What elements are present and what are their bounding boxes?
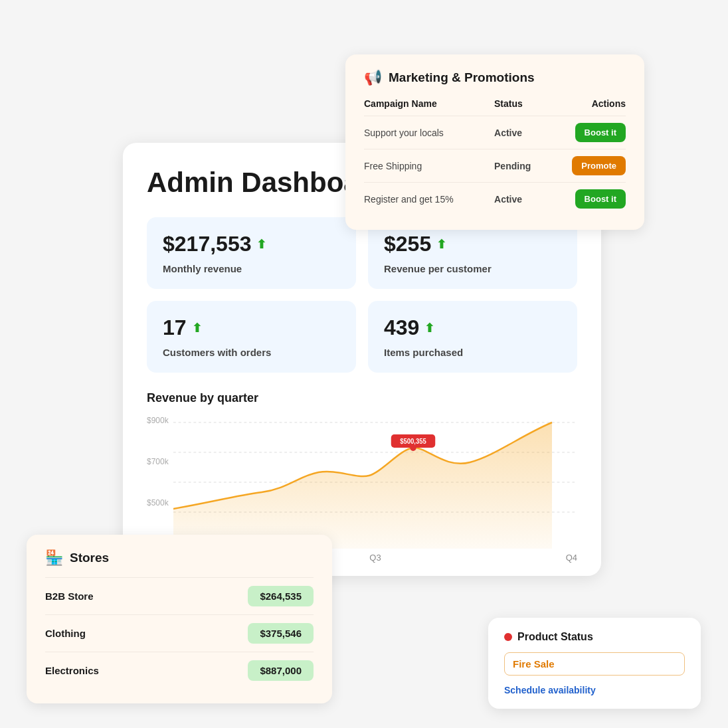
chart-area: $500,355 xyxy=(173,416,577,549)
campaign-row-3: Register and get 15% Active Boost it xyxy=(364,183,626,216)
campaign-row-1: Support your locals Active Boost it xyxy=(364,116,626,149)
product-status-title: Product Status xyxy=(517,631,593,643)
revenue-chart-svg: $500,355 xyxy=(173,416,577,549)
col-actions: Actions xyxy=(547,98,626,116)
metric-value-rpc: $255 ⬆ xyxy=(384,232,561,256)
marketing-promotions-card: 📢 Marketing & Promotions Campaign Name S… xyxy=(345,54,644,230)
marketing-title: Marketing & Promotions xyxy=(389,70,535,85)
product-status-card: Product Status Fire Sale Active Draft Ar… xyxy=(488,618,701,709)
campaign-name-3: Register and get 15% xyxy=(364,183,494,216)
store-name-1: B2B Store xyxy=(45,591,94,602)
store-row-2: Clothing $375,546 xyxy=(45,614,314,652)
metric-value-customers: 17 ⬆ xyxy=(163,316,340,340)
promote-button-1[interactable]: Promote xyxy=(572,156,626,175)
megaphone-icon: 📢 xyxy=(364,69,382,86)
store-name-2: Clothing xyxy=(45,628,86,639)
store-name-3: Electronics xyxy=(45,665,99,676)
stores-header: 🏪 Stores xyxy=(45,549,314,567)
trend-up-icon-3: ⬆ xyxy=(192,321,202,335)
trend-up-icon-2: ⬆ xyxy=(436,237,446,252)
campaign-status-3: Active xyxy=(494,183,547,216)
trend-up-icon-4: ⬆ xyxy=(424,321,434,335)
campaign-name-1: Support your locals xyxy=(364,116,494,149)
product-status-select[interactable]: Fire Sale Active Draft Archived xyxy=(504,652,685,676)
campaign-row-2: Free Shipping Pending Promote xyxy=(364,149,626,183)
product-status-header: Product Status xyxy=(504,631,685,643)
metric-value-revenue: $217,553 ⬆ xyxy=(163,232,340,256)
trend-up-icon: ⬆ xyxy=(256,237,266,252)
campaign-status-2: Pending xyxy=(494,149,547,183)
chart-y-labels: $900k $700k $500k $300k xyxy=(147,416,173,549)
metrics-row-bottom: 17 ⬆ Customers with orders 439 ⬆ Items p… xyxy=(147,301,577,373)
boost-button-2[interactable]: Boost it xyxy=(575,189,626,209)
store-value-3: $887,000 xyxy=(248,660,314,681)
col-status: Status xyxy=(494,98,547,116)
store-value-2: $375,546 xyxy=(248,623,314,644)
metric-monthly-revenue: $217,553 ⬆ Monthly revenue xyxy=(147,217,356,289)
col-campaign: Campaign Name xyxy=(364,98,494,116)
metric-label-rpc: Revenue per customer xyxy=(384,263,561,274)
store-row-1: B2B Store $264,535 xyxy=(45,577,314,614)
store-icon: 🏪 xyxy=(45,549,63,567)
svg-text:$500,355: $500,355 xyxy=(400,438,426,445)
stores-title: Stores xyxy=(70,551,109,565)
store-row-3: Electronics $887,000 xyxy=(45,652,314,689)
chart-title: Revenue by quarter xyxy=(147,391,577,405)
metric-customers: 17 ⬆ Customers with orders xyxy=(147,301,356,373)
metric-items: 439 ⬆ Items purchased xyxy=(368,301,577,373)
metric-label-revenue: Monthly revenue xyxy=(163,263,340,274)
campaign-name-2: Free Shipping xyxy=(364,149,494,183)
store-value-1: $264,535 xyxy=(248,586,314,606)
schedule-availability-link[interactable]: Schedule availability xyxy=(504,685,685,695)
metric-label-customers: Customers with orders xyxy=(163,347,340,358)
campaign-status-1: Active xyxy=(494,116,547,149)
metric-label-items: Items purchased xyxy=(384,347,561,358)
marketing-table: Campaign Name Status Actions Support you… xyxy=(364,98,626,215)
marketing-header: 📢 Marketing & Promotions xyxy=(364,69,626,86)
boost-button-1[interactable]: Boost it xyxy=(575,123,626,142)
metric-value-items: 439 ⬆ xyxy=(384,316,561,340)
status-dot-icon xyxy=(504,633,512,641)
stores-card: 🏪 Stores B2B Store $264,535 Clothing $37… xyxy=(27,535,332,703)
